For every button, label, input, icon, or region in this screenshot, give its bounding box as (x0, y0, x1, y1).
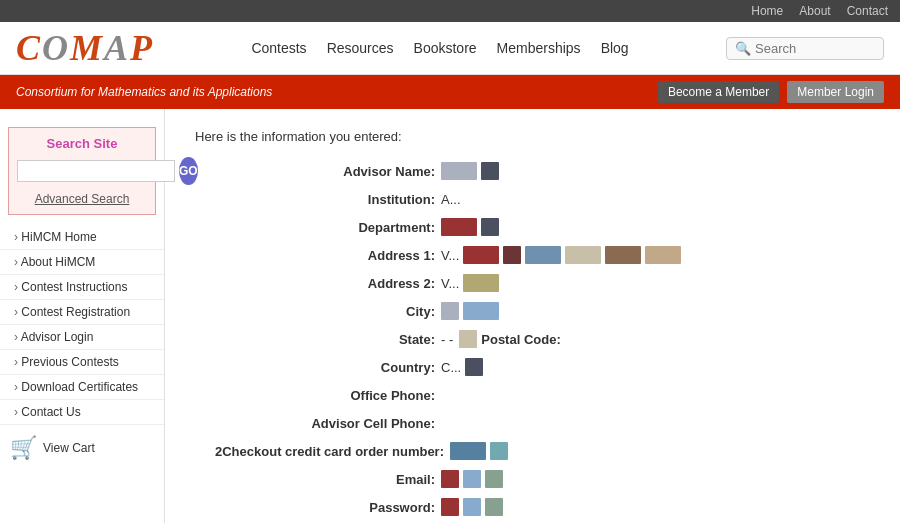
search-input-row: GO (17, 157, 147, 185)
sidebar: Search Site GO Advanced Search HiMCM Hom… (0, 109, 165, 523)
address2-label: Address 2: (215, 276, 435, 291)
address1-label: Address 1: (215, 248, 435, 263)
email-row: Email: (215, 468, 870, 490)
logo: COMAP (16, 30, 154, 66)
view-cart-label: View Cart (43, 441, 95, 455)
email-sq3 (485, 470, 503, 488)
addr1-sq1 (463, 246, 499, 264)
password-row: Password: (215, 496, 870, 518)
email-sq2 (463, 470, 481, 488)
addr1-sq2 (503, 246, 521, 264)
cell-phone-row: Advisor Cell Phone: (215, 412, 870, 434)
state-dots: - - (441, 332, 453, 347)
top-contact-link[interactable]: Contact (847, 4, 888, 18)
state-label: State: (215, 332, 435, 347)
intro-text: Here is the information you entered: (195, 129, 870, 144)
city-sq1 (441, 302, 459, 320)
email-value (441, 470, 503, 488)
institution-text: A... (441, 192, 461, 207)
sidebar-item-about-himcm[interactable]: About HiMCM (0, 250, 164, 275)
redacted-block-2 (481, 162, 499, 180)
email-sq1 (441, 470, 459, 488)
country-label: Country: (215, 360, 435, 375)
header-search-box[interactable]: 🔍 (726, 37, 884, 60)
state-section: - - (441, 330, 477, 348)
site-search-input[interactable] (17, 160, 175, 182)
cell-phone-label: Advisor Cell Phone: (215, 416, 435, 431)
office-phone-label: Office Phone: (215, 388, 435, 403)
addr2-sq1 (463, 274, 499, 292)
sidebar-item-advisor-login[interactable]: Advisor Login (0, 325, 164, 350)
search-site-label: Search Site (17, 136, 147, 151)
main-header: COMAP Contests Resources Bookstore Membe… (0, 22, 900, 75)
nav-bookstore[interactable]: Bookstore (414, 40, 477, 56)
department-row: Department: (215, 216, 870, 238)
pwd-sq1 (441, 498, 459, 516)
institution-value: A... (441, 192, 461, 207)
sidebar-item-contest-instructions[interactable]: Contest Instructions (0, 275, 164, 300)
advisor-name-row: Advisor Name: (215, 160, 870, 182)
advisor-name-value (441, 162, 499, 180)
become-member-button[interactable]: Become a Member (658, 81, 779, 103)
state-postal-value: - - Postal Code: (441, 330, 567, 348)
advanced-search-link[interactable]: Advanced Search (35, 192, 130, 206)
sidebar-item-contest-registration[interactable]: Contest Registration (0, 300, 164, 325)
sidebar-item-contact-us[interactable]: Contact Us (0, 400, 164, 425)
redacted-block-1 (441, 162, 477, 180)
nav-contests[interactable]: Contests (251, 40, 306, 56)
nav-memberships[interactable]: Memberships (497, 40, 581, 56)
city-sq2 (463, 302, 499, 320)
addr1-sq4 (565, 246, 601, 264)
password-label: Password: (215, 500, 435, 515)
sidebar-item-previous-contests[interactable]: Previous Contests (0, 350, 164, 375)
department-label: Department: (215, 220, 435, 235)
advisor-name-label: Advisor Name: (215, 164, 435, 179)
nav-blog[interactable]: Blog (601, 40, 629, 56)
checkout-label: 2Checkout credit card order number: (215, 444, 444, 459)
city-value (441, 302, 499, 320)
tagline: Consortium for Mathematics and its Appli… (16, 85, 272, 99)
redacted-dept-2 (481, 218, 499, 236)
content-wrap: Search Site GO Advanced Search HiMCM Hom… (0, 109, 900, 523)
form-info-table: Advisor Name: Institution: A... Departme… (215, 160, 870, 518)
city-row: City: (215, 300, 870, 322)
address2-value: V... (441, 274, 499, 292)
postal-section: Postal Code: (481, 332, 566, 347)
country-text: C... (441, 360, 461, 375)
member-login-button[interactable]: Member Login (787, 81, 884, 103)
search-site-box: Search Site GO Advanced Search (8, 127, 156, 215)
postal-code-label: Postal Code: (481, 332, 560, 347)
view-cart[interactable]: 🛒 View Cart (0, 425, 164, 471)
sidebar-item-download-certificates[interactable]: Download Certificates (0, 375, 164, 400)
sidebar-item-himcm-home[interactable]: HiMCM Home (0, 225, 164, 250)
institution-row: Institution: A... (215, 188, 870, 210)
checkout-sq1 (450, 442, 486, 460)
office-phone-row: Office Phone: (215, 384, 870, 406)
pwd-sq3 (485, 498, 503, 516)
logo-area: COMAP (16, 30, 154, 66)
addr1-text: V... (441, 248, 459, 263)
department-value (441, 218, 499, 236)
top-about-link[interactable]: About (799, 4, 830, 18)
nav-resources[interactable]: Resources (327, 40, 394, 56)
password-value (441, 498, 503, 516)
state-postal-row: State: - - Postal Code: (215, 328, 870, 350)
search-icon: 🔍 (735, 41, 751, 56)
cart-icon: 🛒 (10, 435, 37, 461)
top-home-link[interactable]: Home (751, 4, 783, 18)
main-nav: Contests Resources Bookstore Memberships… (174, 40, 706, 56)
state-sq (459, 330, 477, 348)
red-bar: Consortium for Mathematics and its Appli… (0, 75, 900, 109)
addr1-sq5 (605, 246, 641, 264)
addr2-text: V... (441, 276, 459, 291)
country-sq (465, 358, 483, 376)
search-input[interactable] (755, 41, 875, 56)
address1-value: V... (441, 246, 681, 264)
city-label: City: (215, 304, 435, 319)
country-row: Country: C... (215, 356, 870, 378)
header-buttons: Become a Member Member Login (658, 81, 884, 103)
top-bar: Home About Contact (0, 0, 900, 22)
checkout-value (450, 442, 508, 460)
country-value: C... (441, 358, 483, 376)
checkout-row: 2Checkout credit card order number: (215, 440, 870, 462)
